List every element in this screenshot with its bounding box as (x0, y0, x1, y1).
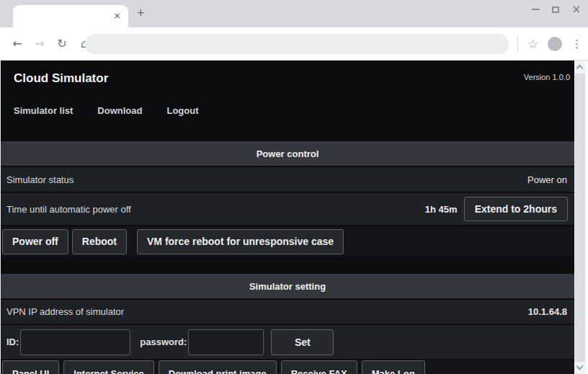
vm-force-reboot-button[interactable]: VM force reboot for unresponsive case (137, 229, 344, 254)
browser-tab-strip: × + × (0, 0, 588, 27)
internet-service-button[interactable]: Internet Service (63, 360, 154, 374)
extend-button[interactable]: Extend to 2hours (464, 197, 568, 221)
toolbar-right: ☆ ⋮ (517, 27, 582, 60)
page-title: Cloud Simulator (14, 71, 108, 86)
section-header-simulator-setting: Simulator setting (1, 274, 574, 298)
password-field[interactable] (188, 329, 264, 355)
reboot-button[interactable]: Reboot (72, 229, 127, 254)
power-off-button[interactable]: Power off (2, 229, 68, 254)
credentials-row: ID: password: Set (1, 325, 574, 359)
vpn-ip-label: VPN IP address of simulator (6, 306, 124, 317)
back-icon[interactable]: ← (10, 37, 24, 50)
browser-menu-icon[interactable]: ⋮ (571, 37, 582, 50)
set-button[interactable]: Set (271, 329, 334, 355)
vpn-ip-row: VPN IP address of simulator 10.1.64.8 (1, 300, 574, 324)
browser-tab[interactable]: × (13, 5, 128, 27)
tab-close-icon[interactable]: × (114, 9, 120, 22)
receive-fax-button[interactable]: Receive FAX (281, 360, 357, 374)
reload-icon[interactable]: ↻ (55, 37, 69, 50)
window-close-icon[interactable]: × (571, 4, 581, 14)
nav-item-download[interactable]: Download (97, 105, 142, 116)
app-nav: Simulator list Download Logout (14, 105, 199, 116)
download-print-image-button[interactable]: Download print image (159, 360, 277, 374)
id-field[interactable] (20, 329, 130, 355)
password-label: password: (140, 337, 187, 347)
toolbar-divider (517, 36, 518, 52)
page-content: Cloud Simulator Version 1.0.0 Simulator … (1, 61, 574, 374)
avatar[interactable] (548, 37, 562, 51)
simulator-status-label: Simulator status (6, 174, 74, 185)
scroll-up-icon[interactable] (576, 65, 584, 72)
simulator-status-row: Simulator status Power on (1, 167, 574, 192)
id-label: ID: (6, 337, 19, 347)
page-scrollbar[interactable] (574, 61, 586, 374)
window-controls: × (532, 3, 581, 16)
bookmark-star-icon[interactable]: ☆ (527, 37, 538, 51)
nav-item-simulator-list[interactable]: Simulator list (14, 105, 73, 116)
address-bar-input[interactable] (85, 34, 509, 54)
browser-toolbar: ← → ↻ ⌂ ☆ ⋮ (0, 27, 588, 61)
auto-power-off-value: 1h 45m (425, 204, 458, 215)
auto-power-off-row: Time until automatic power off 1h 45m Ex… (1, 193, 574, 225)
action-buttons-row: Panel UI Internet Service Download print… (1, 360, 574, 374)
simulator-status-value: Power on (527, 174, 567, 185)
panel-ui-button[interactable]: Panel UI (2, 360, 59, 374)
app-header: Cloud Simulator Version 1.0.0 Simulator … (1, 61, 574, 141)
window-maximize-icon[interactable] (552, 6, 559, 13)
version-label: Version 1.0.0 (524, 73, 570, 81)
scroll-down-icon[interactable] (576, 363, 584, 370)
window-minimize-icon[interactable] (532, 9, 540, 10)
section-header-power-control: Power control (1, 141, 574, 166)
forward-icon[interactable]: → (32, 37, 47, 50)
power-buttons-row: Power off Reboot VM force reboot for unr… (1, 226, 574, 257)
auto-power-off-label: Time until automatic power off (6, 204, 131, 215)
new-tab-icon[interactable]: + (137, 6, 145, 21)
scrollbar-thumb[interactable] (575, 74, 585, 362)
nav-item-logout[interactable]: Logout (166, 105, 198, 116)
vpn-ip-value: 10.1.64.8 (528, 306, 567, 317)
toolbar-nav-icons: ← → ↻ ⌂ (10, 27, 92, 60)
make-log-button[interactable]: Make Log (362, 360, 425, 374)
